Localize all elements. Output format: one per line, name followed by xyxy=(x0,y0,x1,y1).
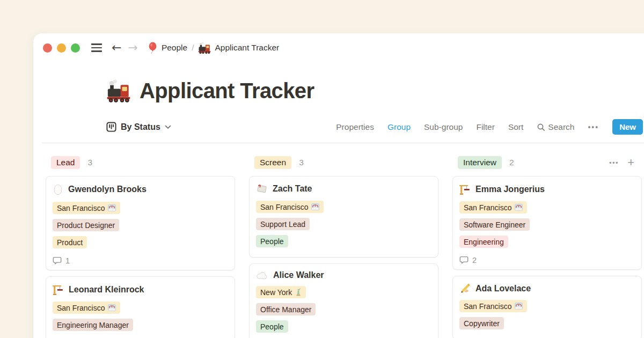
applicant-card[interactable]: Leonard Kleinrock San Francisco Engineer… xyxy=(46,276,235,338)
toolbar-item-subgroup[interactable]: Sub-group xyxy=(424,122,463,132)
applicant-name: Gwendolyn Brooks xyxy=(68,185,147,194)
close-window-button[interactable] xyxy=(43,43,52,53)
board-column-screen: Screen 3 Zach Tate San Francisco Support… xyxy=(249,156,438,338)
kanban-board: Lead 3 Gwendolyn Brooks San Francisco Pr… xyxy=(46,156,644,338)
role-tag: Support Lead xyxy=(256,218,310,230)
app-window: ← → People / Applicant Tracker Applicant… xyxy=(33,33,644,338)
applicant-name: Ada Lovelace xyxy=(475,284,531,293)
location-tag: San Francisco xyxy=(256,201,324,213)
location-tag: San Francisco xyxy=(459,201,527,214)
applicant-card[interactable]: Alice Walker New York Office Manager Peo… xyxy=(249,263,438,338)
toolbar-item-sort[interactable]: Sort xyxy=(508,122,523,132)
column-header: Screen 3 xyxy=(249,156,438,170)
search-button[interactable]: Search xyxy=(537,122,574,132)
location-tag: San Francisco xyxy=(53,302,120,314)
applicant-name: Leonard Kleinrock xyxy=(69,285,144,295)
search-icon xyxy=(537,123,545,131)
toolbar-divider xyxy=(42,143,644,143)
status-badge[interactable]: Lead xyxy=(51,156,80,169)
applicant-card[interactable]: Emma Jongerius San Francisco Software En… xyxy=(452,176,642,270)
locomotive-icon[interactable] xyxy=(106,78,131,103)
chevron-down-icon xyxy=(165,125,171,129)
minimize-window-button[interactable] xyxy=(57,43,66,53)
breadcrumb: People / Applicant Tracker xyxy=(148,41,279,54)
board-column-interview: Interview 2 ••• + Emma Jongerius San Fra… xyxy=(452,156,642,338)
page-title[interactable]: Applicant Tracker xyxy=(140,79,314,103)
view-name: By Status xyxy=(121,122,160,132)
search-label: Search xyxy=(548,122,574,132)
column-add-icon[interactable]: + xyxy=(627,157,634,168)
writing-hand-icon xyxy=(459,283,471,294)
toolbar-item-filter[interactable]: Filter xyxy=(476,122,494,132)
more-options-icon[interactable]: ••• xyxy=(588,123,599,131)
role-tag: Engineering Manager xyxy=(53,319,133,331)
fog-bridge-icon xyxy=(108,204,116,211)
status-badge[interactable]: Interview xyxy=(458,156,502,169)
column-header: Interview 2 ••• + xyxy=(452,156,642,170)
fog-bridge-icon xyxy=(515,204,523,211)
team-tag: Product xyxy=(53,236,87,248)
applicant-card[interactable]: Gwendolyn Brooks San Francisco Product D… xyxy=(46,176,235,270)
location-tag: New York xyxy=(256,286,306,298)
zoom-window-button[interactable] xyxy=(71,43,80,53)
fog-bridge-icon xyxy=(515,303,523,310)
comment-icon xyxy=(53,256,62,265)
comment-count: 2 xyxy=(459,255,635,264)
status-badge[interactable]: Screen xyxy=(254,156,291,169)
menu-icon[interactable] xyxy=(91,43,102,52)
cloud-icon xyxy=(256,271,268,280)
applicant-card[interactable]: Ada Lovelace San Francisco Copywriter xyxy=(452,276,642,338)
fog-bridge-icon xyxy=(108,304,116,311)
column-count: 2 xyxy=(509,158,514,167)
location-tag: San Francisco xyxy=(53,202,120,214)
balloon-icon xyxy=(148,42,158,54)
view-toolbar: By Status Properties Group Sub-group Fil… xyxy=(106,119,643,135)
location-tag: San Francisco xyxy=(459,300,527,312)
locomotive-icon xyxy=(198,41,211,54)
fog-bridge-icon xyxy=(311,203,319,210)
applicant-name: Emma Jongerius xyxy=(475,185,545,194)
column-header: Lead 3 xyxy=(46,156,235,170)
role-tag: Software Engineer xyxy=(459,218,530,231)
new-button[interactable]: New xyxy=(612,119,643,135)
breadcrumb-item-applicant-tracker[interactable]: Applicant Tracker xyxy=(215,43,279,53)
back-arrow-icon[interactable]: ← xyxy=(112,42,121,54)
role-tag: Copywriter xyxy=(459,317,504,329)
applicant-card[interactable]: Zach Tate San Francisco Support Lead Peo… xyxy=(249,176,438,258)
crane-icon xyxy=(459,183,471,195)
egg-icon xyxy=(53,183,63,196)
toolbar-item-properties[interactable]: Properties xyxy=(336,122,374,132)
board-column-lead: Lead 3 Gwendolyn Brooks San Francisco Pr… xyxy=(46,156,235,338)
applicant-name: Zach Tate xyxy=(273,184,312,194)
breadcrumb-item-people[interactable]: People xyxy=(162,43,187,53)
comment-icon xyxy=(459,255,469,264)
view-switcher[interactable]: By Status xyxy=(106,122,171,132)
applicant-name: Alice Walker xyxy=(273,270,324,280)
column-more-icon[interactable]: ••• xyxy=(609,159,619,167)
board-view-icon xyxy=(106,122,116,132)
comment-count: 1 xyxy=(53,256,228,265)
label-icon xyxy=(256,183,268,195)
top-bar: ← → People / Applicant Tracker xyxy=(43,41,644,55)
role-tag: Product Designer xyxy=(53,219,119,231)
toolbar-item-group[interactable]: Group xyxy=(387,122,411,132)
crane-icon xyxy=(53,283,64,296)
team-tag: Engineering xyxy=(459,236,508,248)
role-tag: Office Manager xyxy=(256,303,316,315)
breadcrumb-separator: / xyxy=(192,43,194,53)
column-count: 3 xyxy=(87,158,92,167)
team-tag: People xyxy=(256,320,288,333)
team-tag: People xyxy=(256,235,288,247)
forward-arrow-icon[interactable]: → xyxy=(128,42,137,54)
column-count: 3 xyxy=(299,158,304,167)
statue-of-liberty-icon xyxy=(295,288,302,296)
page-header: Applicant Tracker xyxy=(106,78,644,103)
